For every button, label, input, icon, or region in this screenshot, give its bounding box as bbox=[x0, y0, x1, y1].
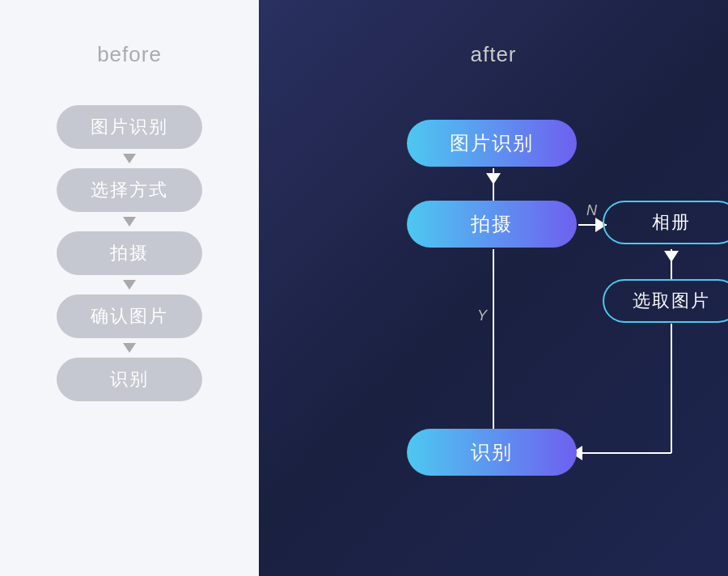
after-node-album: 相册 bbox=[603, 201, 728, 244]
before-arrow-4 bbox=[123, 343, 136, 353]
before-panel: before 图片识别 选择方式 拍摄 确认图片 识别 bbox=[0, 0, 259, 576]
after-node-capture: 拍摄 bbox=[407, 201, 577, 248]
before-node-recognize: 识别 bbox=[57, 358, 202, 401]
arrow-down-1 bbox=[486, 173, 501, 184]
before-arrow-2 bbox=[123, 217, 136, 227]
before-node-capture: 拍摄 bbox=[57, 231, 202, 275]
before-flow: 图片识别 选择方式 拍摄 确认图片 识别 bbox=[57, 105, 202, 401]
before-arrow-3 bbox=[123, 280, 136, 290]
after-panel: after 图片识别 拍摄 N Y 相册 选取图片 bbox=[259, 0, 728, 576]
after-node-select-photo: 选取图片 bbox=[603, 279, 728, 323]
after-node-image-recognition: 图片识别 bbox=[407, 120, 577, 167]
arrow-down-album bbox=[664, 251, 679, 262]
label-n: N bbox=[586, 202, 597, 219]
before-arrow-1 bbox=[123, 154, 136, 163]
before-node-select-method: 选择方式 bbox=[57, 168, 202, 212]
before-node-confirm: 确认图片 bbox=[57, 294, 202, 338]
after-title: after bbox=[470, 42, 516, 67]
before-title: before bbox=[97, 42, 162, 67]
label-y: Y bbox=[477, 307, 487, 324]
before-node-image-recognition: 图片识别 bbox=[57, 105, 202, 149]
after-node-recognize: 识别 bbox=[407, 429, 577, 476]
